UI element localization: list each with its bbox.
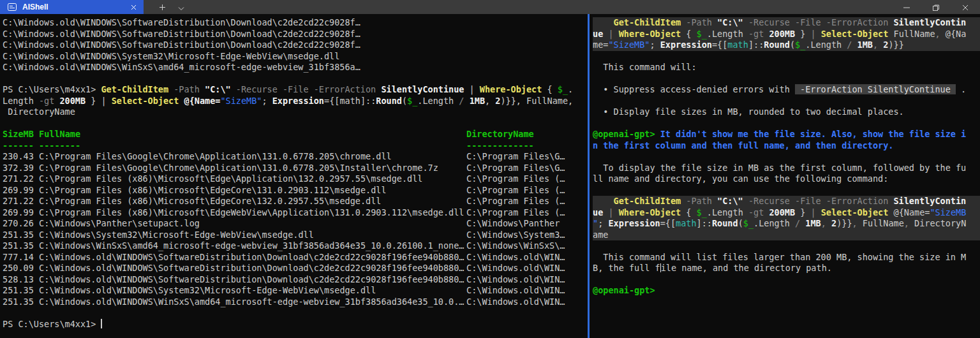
maximize-button[interactable] (921, 0, 951, 14)
minimize-icon (903, 1, 910, 13)
table-row: SizeMBFullNameDirectoryName (3, 129, 588, 140)
terminal-line: • Suppress access-denied errors with -Er… (593, 84, 980, 96)
terminal-line: To display the file size in MB as the fi… (593, 163, 980, 174)
table-row: 271.22C:\Program Files (x86)\Microsoft\E… (3, 196, 588, 207)
terminal-line: @openai-gpt> (593, 285, 980, 297)
terminal-line: ll name and directory, you can use the f… (593, 173, 980, 185)
terminal-line: @openai-gpt> It didn't show me the file … (593, 129, 980, 140)
terminal-line (593, 240, 980, 252)
terminal-line: B, the full file name, and the directory… (593, 263, 980, 274)
terminal-line: C:\Windows.old\WINDOWS\System32\Microsof… (3, 51, 588, 62)
terminal-line: C:\Windows.old\WINDOWS\SoftwareDistribut… (3, 40, 588, 51)
terminal-line: C:\Windows.old\WINDOWS\SoftwareDistribut… (3, 17, 588, 29)
terminal-line: • Display file sizes in MB, rounded to t… (593, 107, 980, 118)
terminal-window: AIShell (0, 0, 980, 338)
terminal-line: ue | Where-Object { $_.Length -gt 200MB … (593, 29, 980, 40)
terminal-line (593, 96, 980, 107)
table-row: 251.35C:\Windows\WinSxS\amd64_microsoft-… (3, 240, 588, 252)
table-row: 270.26C:\Windows\Panther\setupact.logC:\… (3, 218, 588, 230)
aishell-tab-icon (8, 3, 17, 11)
terminal-line (593, 51, 980, 62)
table-row: 251.35C:\Windows.old\WINDOWS\System32\Mi… (3, 285, 588, 297)
terminal-line: PS C:\Users\m4xx1> Get-ChildItem -Path "… (3, 84, 588, 96)
terminal-content: C:\Windows.old\WINDOWS\SoftwareDistribut… (0, 14, 980, 338)
terminal-line (3, 73, 588, 85)
table-row: --------------------------- (3, 140, 588, 152)
terminal-line: This command will list files larger than… (593, 252, 980, 263)
chevron-down-icon (178, 1, 184, 13)
terminal-line: Get-ChildItem -Path "C:\" -Recurse -File… (593, 196, 980, 207)
new-tab-button[interactable] (152, 0, 172, 14)
terminal-line: Get-ChildItem -Path "C:\" -Recurse -File… (593, 17, 980, 29)
terminal-line (593, 185, 980, 196)
terminal-line (3, 307, 588, 319)
table-row: 269.99C:\Program Files (x86)\Microsoft\E… (3, 207, 588, 219)
terminal-line (593, 73, 980, 85)
terminal-line: DirectoryName (3, 107, 588, 118)
tab-dropdown-button[interactable] (172, 0, 191, 14)
tab-title: AIShell (22, 3, 122, 11)
table-row: 269.99C:\Program Files (x86)\Microsoft\E… (3, 185, 588, 196)
terminal-line (593, 118, 980, 129)
tab-close-icon[interactable] (128, 2, 138, 12)
aishell-sidebar-pane[interactable]: Get-ChildItem -Path "C:\" -Recurse -File… (590, 14, 980, 338)
terminal-line (593, 151, 980, 163)
terminal-line: ue | Where-Object { $_.Length -gt 200MB … (593, 207, 980, 219)
titlebar-drag-area (191, 0, 892, 14)
table-row: 777.14C:\Windows.old\WINDOWS\SoftwareDis… (3, 252, 588, 263)
minimize-button[interactable] (892, 0, 921, 14)
close-icon (962, 1, 969, 13)
terminal-line: ame (593, 230, 980, 241)
new-tab-icon (159, 1, 166, 13)
terminal-line: n the first column and then full name, a… (593, 140, 980, 152)
terminal-line: C:\Windows.old\WINDOWS\WinSxS\amd64_micr… (3, 62, 588, 73)
table-row: 528.13C:\Windows.old\WINDOWS\SoftwareDis… (3, 274, 588, 286)
powershell-pane[interactable]: C:\Windows.old\WINDOWS\SoftwareDistribut… (0, 14, 588, 338)
table-row: 251.35C:\Windows.old\WINDOWS\WinSxS\amd6… (3, 297, 588, 308)
terminal-line (3, 118, 588, 129)
titlebar: AIShell (0, 0, 980, 14)
terminal-line (593, 274, 980, 286)
terminal-line: me="SizeMB"; Expression={[math]::Round($… (593, 40, 980, 51)
table-row: 271.22C:\Program Files (x86)\Microsoft\E… (3, 173, 588, 185)
close-button[interactable] (951, 0, 980, 14)
terminal-line: PS C:\Users\m4xx1> (3, 319, 588, 330)
terminal-line: This command will: (593, 62, 980, 73)
restore-icon (933, 1, 939, 13)
table-row: 230.43C:\Program Files\Google\Chrome\App… (3, 151, 588, 163)
terminal-line: C:\Windows.old\WINDOWS\SoftwareDistribut… (3, 29, 588, 40)
window-controls (892, 0, 980, 14)
table-row: 372.39C:\Program Files\Google\Chrome\App… (3, 163, 588, 174)
terminal-line: "; Expression={[math]::Round($_.Length /… (593, 218, 980, 230)
tab-aishell[interactable]: AIShell (0, 0, 144, 14)
table-row: 251.35C:\Windows\System32\Microsoft-Edge… (3, 230, 588, 241)
table-row: 250.09C:\Windows.old\WINDOWS\SoftwareDis… (3, 263, 588, 274)
terminal-line: Length -gt 200MB } | Select-Object @{Nam… (3, 96, 588, 107)
